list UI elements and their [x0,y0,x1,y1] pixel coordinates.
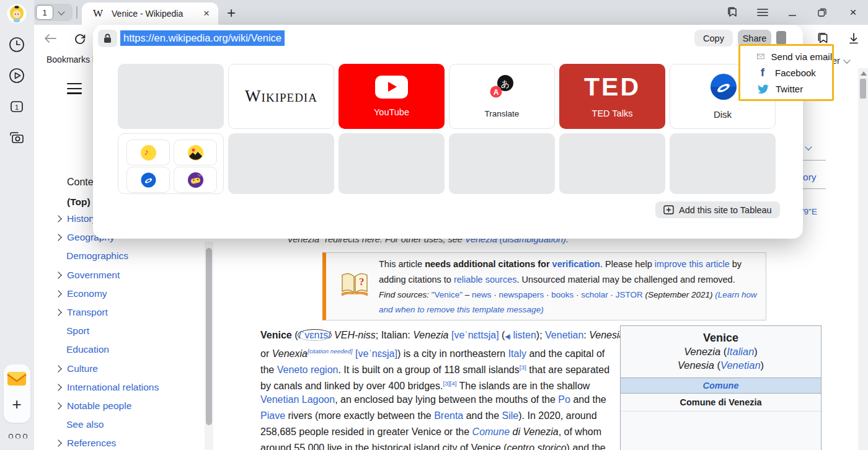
browser-menu-button[interactable] [755,5,770,20]
toc-item-demographics[interactable]: Demographics [56,247,217,265]
toc-link[interactable]: Sport [66,325,89,337]
tableau-tile-empty[interactable] [118,64,224,129]
tab-counter-control[interactable]: 1 [34,4,73,21]
chevron-expand-icon[interactable] [55,402,61,409]
toc-item-international-relations[interactable]: International relations [56,378,217,397]
text-segment[interactable]: and when to remove this template message… [379,305,544,314]
text-segment[interactable]: Venetian [545,330,583,340]
toc-link[interactable]: References [67,438,116,449]
share-menu-item-facebook[interactable]: f Facebook [740,64,832,81]
folder-app-images[interactable] [174,139,217,165]
folder-app-games[interactable] [174,167,217,193]
share-menu-item-twitter[interactable]: Twitter [740,81,832,97]
page-scrollbar-track[interactable] [858,68,868,450]
toc-link[interactable]: Economy [67,288,107,299]
chevron-expand-icon[interactable] [55,215,61,222]
folder-app-music[interactable]: ♪ [126,139,170,165]
toc-link[interactable]: Transport [67,307,108,318]
tableau-tile-wikipedia[interactable]: Wikipedia [228,64,334,129]
text-segment[interactable]: [veˈnɛttsja] [451,330,499,340]
text-segment[interactable]: reliable sources [454,275,517,285]
toc-item-education[interactable]: Education [56,340,217,359]
text-segment[interactable]: "Venice" [432,290,463,299]
text-segment[interactable]: Venetian Lagoon [260,394,335,405]
bookmarks-bar-folder[interactable]: er [832,56,849,66]
toc-item-transport[interactable]: Transport [56,303,217,322]
infobox-comune-band[interactable]: Comune [621,377,821,394]
text-segment[interactable]: /ˈvɛnɪs/ [298,329,331,341]
text-segment[interactable]: improve this article [655,259,730,269]
text-segment[interactable]: books [551,290,574,299]
tableau-tile-empty[interactable] [228,133,334,194]
tabs-button[interactable]: 1 [7,97,27,117]
toc-item-top[interactable]: (Top) [67,196,91,208]
bookmarks-panel-button[interactable] [725,5,740,20]
text-segment[interactable]: newspapers [498,290,544,299]
screenshot-button[interactable] [7,128,27,148]
page-menu-button[interactable] [67,83,82,97]
back-button[interactable] [43,31,58,46]
page-scrollbar-thumb[interactable] [860,79,866,99]
text-segment[interactable]: Sile [502,410,519,421]
toc-link[interactable]: Culture [67,363,98,374]
active-tab[interactable]: W Venice - Wikipedia × [82,2,218,25]
toc-item-notable-people[interactable]: Notable people [56,397,217,415]
toc-link[interactable]: International relations [67,382,159,393]
avatar[interactable] [7,4,27,24]
toc-link[interactable]: See also [66,419,104,430]
text-segment[interactable]: [veˈnɛsja] [355,348,397,359]
sidebar-more-button[interactable] [9,434,27,439]
toc-link[interactable]: Demographics [66,250,128,262]
chevron-expand-icon[interactable] [55,384,61,390]
text-segment[interactable]: Italian [727,346,754,357]
text-segment[interactable]: verification [552,259,600,269]
tableau-tile-empty[interactable] [559,133,665,194]
scrollbar-up-arrow-icon[interactable] [861,71,867,76]
chevron-expand-icon[interactable] [55,440,61,447]
sidebar-add-button[interactable]: + [7,394,27,414]
folder-app-disk[interactable] [126,167,170,193]
text-segment[interactable]: scholar [581,290,608,299]
toc-link[interactable]: Education [66,344,109,355]
add-site-to-tableau-button[interactable]: Add this site to Tableau [655,201,780,218]
bookmark-ribbon-icon[interactable] [776,31,786,45]
chevron-expand-icon[interactable] [55,234,61,241]
toc-link[interactable]: Government [67,270,120,281]
site-security-button[interactable] [98,30,117,47]
text-segment[interactable]: JSTOR [616,290,643,299]
text-segment[interactable]: [3] [520,364,526,371]
history-button[interactable] [7,35,27,55]
tableau-tile-empty[interactable] [449,133,555,194]
toc-link[interactable]: History [67,213,97,224]
text-segment[interactable]: Po [558,394,570,405]
toc-item-see-also[interactable]: See also [56,415,217,434]
text-segment[interactable]: (Learn how [715,290,757,299]
text-segment[interactable]: Piave [260,410,285,421]
downloads-button[interactable] [846,31,861,46]
tableau-tile-empty[interactable] [670,133,776,194]
toc-scrollbar-thumb[interactable] [206,248,212,425]
chevron-expand-icon[interactable] [55,290,61,297]
text-segment[interactable]: [citation needed] [308,348,353,355]
toc-item-culture[interactable]: Culture [56,360,217,378]
media-button[interactable] [7,66,27,86]
text-segment[interactable]: Comune [472,426,510,437]
chevron-expand-icon[interactable] [55,271,61,278]
text-segment[interactable]: news [472,290,492,299]
text-segment[interactable]: Brenta [434,410,463,421]
text-segment[interactable]: Italy [508,348,526,359]
tableau-tile-youtube[interactable]: YouTube [339,64,445,129]
tableau-tile-empty[interactable] [339,133,445,194]
mail-button[interactable] [7,369,27,389]
chevron-expand-icon[interactable] [55,309,61,315]
text-segment[interactable]: [3][4] [443,380,456,387]
text-segment[interactable]: Venetian [720,360,761,371]
close-button[interactable]: × [846,5,861,20]
share-menu-item-email[interactable]: Send via email [740,48,832,64]
toc-item-government[interactable]: Government [56,266,217,285]
tableau-tile-folder[interactable]: ♪ [118,133,224,194]
chevron-expand-icon[interactable] [55,365,61,372]
restore-button[interactable] [815,5,830,20]
text-segment[interactable]: Veneto region [277,364,339,375]
toc-item-economy[interactable]: Economy [56,285,217,303]
